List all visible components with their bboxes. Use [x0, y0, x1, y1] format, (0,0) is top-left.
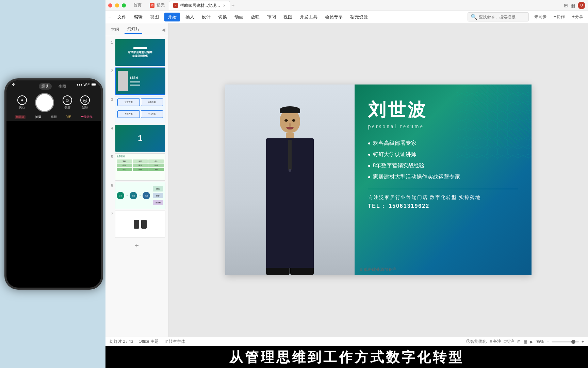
zoom-handle[interactable] [571, 340, 575, 344]
zoom-slider[interactable] [552, 341, 579, 342]
search-icon: 🔍 [471, 14, 477, 20]
view-icon-2[interactable]: ▦ [523, 339, 527, 344]
person-foot-left [266, 268, 290, 275]
tab-close-icon[interactable]: ✕ [223, 4, 226, 7]
tel-label: TEL： [368, 203, 387, 209]
tab-doc[interactable]: P 帮助家居建材...实现业绩增长 ✕ [169, 1, 230, 10]
filter-icon[interactable]: ◎ [80, 95, 90, 105]
filter-control[interactable]: ◎ 滤镜 [80, 95, 90, 110]
hair [280, 106, 300, 113]
slide-item-2[interactable]: 2 刘世波 [108, 67, 165, 95]
slide-num-3: 3 [108, 97, 113, 102]
thumb-2-dots [130, 81, 163, 86]
slide-item-5[interactable]: 5 数字营销 策略 执行 优化 内容 渠道 [108, 153, 165, 181]
share-button[interactable]: ✦分享 [570, 13, 585, 20]
slide-thumb-7[interactable] [115, 211, 165, 238]
beauty-icon[interactable]: ☺ [63, 95, 72, 105]
notes-btn[interactable]: ≡ 备注 [489, 339, 501, 344]
thumb-5-row-3: 转化 留存 复购 [117, 168, 164, 171]
slide-add-button[interactable]: + [108, 239, 165, 252]
window-maximize-button[interactable] [122, 3, 126, 7]
style-label: 风格 [19, 106, 25, 110]
slide-thumb-4[interactable]: 1 [115, 125, 165, 152]
phone-camera-controls: ✦ 风格 ☺ 美颜 ◎ 滤镜 [6, 92, 101, 113]
slide-item-3[interactable]: 3 运营方案 拓客方案 布置方案 转化方案 [108, 96, 165, 123]
grid-icon[interactable]: ⊞ [564, 3, 568, 8]
slide-thumb-6[interactable]: 获客 → 跟进 → 成交 微信 抖音 朋友圈 [115, 182, 165, 209]
search-input[interactable] [479, 15, 526, 19]
flow-tag-1: 微信 [153, 186, 163, 191]
user-avatar[interactable]: U [578, 2, 585, 9]
slide-item-7[interactable]: 7 [108, 211, 165, 238]
slideshow-icon[interactable]: ▶ [530, 339, 533, 344]
window-minimize-button[interactable] [115, 3, 119, 7]
action-shoot[interactable]: 拍摄 [35, 115, 41, 119]
window-close-button[interactable] [108, 3, 112, 7]
shutter-button[interactable] [35, 93, 54, 112]
menu-animation[interactable]: 动画 [231, 13, 247, 21]
slide-item-1[interactable]: 1 帮助家居建材经销商 实现业绩增长 [108, 39, 165, 66]
mouth [286, 127, 294, 129]
panel-tabs: 大纲 幻灯片 ◀ [105, 23, 168, 36]
add-icon[interactable]: + [135, 242, 139, 250]
hamburger-icon[interactable]: ≡ [108, 14, 111, 20]
thumb-dot-1 [130, 81, 140, 82]
slide-thumb-1[interactable]: 帮助家居建材经销商 实现业绩增长 [115, 39, 165, 66]
view-area: 大纲 幻灯片 ◀ 1 帮助家居建材经销商 实现业绩增长 [105, 23, 588, 337]
slide-item-6[interactable]: 6 获客 → 跟进 → 成交 微信 [108, 182, 165, 209]
panel-collapse-button[interactable]: ◀ [162, 27, 165, 32]
sync-button[interactable]: 未同步 [532, 13, 549, 20]
menu-review[interactable]: 审阅 [264, 13, 279, 21]
menu-transition[interactable]: 切换 [215, 13, 230, 21]
flow-tag-3: 朋友圈 [153, 200, 163, 205]
tab-home[interactable]: 首页 [129, 1, 146, 10]
slide-thumb-3[interactable]: 运营方案 拓客方案 布置方案 转化方案 [115, 96, 165, 123]
thumb-5-row-2: 内容 渠道 数据 [117, 164, 164, 167]
menu-insert[interactable]: 插入 [182, 13, 198, 21]
phone-status-bar: 令 ●●● WiFi [6, 80, 101, 89]
slide-item-4[interactable]: 4 1 [108, 125, 165, 152]
panel-tab-slides[interactable]: 幻灯片 [125, 25, 142, 34]
style-control[interactable]: ✦ 风格 [17, 95, 27, 110]
slide-list: 1 帮助家居建材经销商 实现业绩增长 2 [105, 36, 168, 337]
menu-shell-res[interactable]: 稻壳资源 [347, 13, 371, 21]
collab-button[interactable]: ✦协作 [551, 13, 567, 20]
beauty-control[interactable]: ☺ 美颜 [63, 95, 72, 110]
window-controls [108, 3, 126, 7]
thumb-5-cell-2: 执行 [133, 159, 148, 163]
action-video[interactable]: 视频 [51, 115, 57, 119]
layout-icon[interactable]: ▦ [571, 3, 575, 8]
slide-thumb-2[interactable]: 刘世波 [115, 67, 165, 95]
menu-edit[interactable]: 编辑 [130, 13, 146, 21]
menu-member[interactable]: 会员专享 [322, 13, 346, 21]
tab-wps[interactable]: 稻 稻壳 [146, 1, 169, 10]
flow-icons: 微信 抖音 朋友圈 [151, 186, 165, 205]
bullet-text-1: 欢客高级部署专家 [373, 140, 416, 147]
tab-home-label: 首页 [133, 2, 142, 8]
panel-tab-outline[interactable]: 大纲 [108, 26, 122, 33]
action-vip[interactable]: VIP [66, 115, 71, 119]
menu-design[interactable]: 设计 [198, 13, 214, 21]
comment-btn[interactable]: □批注 [504, 339, 514, 344]
zoom-plus-btn[interactable]: + [582, 339, 584, 344]
decorative-pattern [457, 85, 532, 159]
view-icon-1[interactable]: ⊞ [517, 339, 521, 344]
person-photo [225, 85, 355, 275]
action-shoot-same[interactable]: 拍同款 [15, 115, 26, 119]
menu-devtools[interactable]: 开发工具 [296, 13, 321, 21]
menu-slideshow[interactable]: 放映 [247, 13, 263, 21]
menu-file[interactable]: 文件 [114, 13, 130, 21]
thumb-7-content [115, 211, 165, 237]
action-slow[interactable]: ❤慢动作 [81, 115, 93, 119]
menu-start-button[interactable]: 开始 [164, 13, 180, 21]
search-box[interactable]: 🔍 [468, 12, 529, 21]
menu-view[interactable]: 视图 [147, 13, 162, 21]
phone-frame: 令 ●●● WiFi [4, 78, 103, 290]
tab-add-button[interactable]: + [231, 2, 234, 9]
menu-view2[interactable]: 视图 [280, 13, 296, 21]
slide-thumb-5[interactable]: 数字营销 策略 执行 优化 内容 渠道 数据 [115, 153, 165, 181]
style-icon[interactable]: ✦ [17, 95, 27, 105]
zoom-minus-btn[interactable]: − [546, 339, 549, 344]
smart-btn[interactable]: ⑦智能优化 [466, 339, 487, 344]
bullet-dot-4 [368, 176, 370, 178]
